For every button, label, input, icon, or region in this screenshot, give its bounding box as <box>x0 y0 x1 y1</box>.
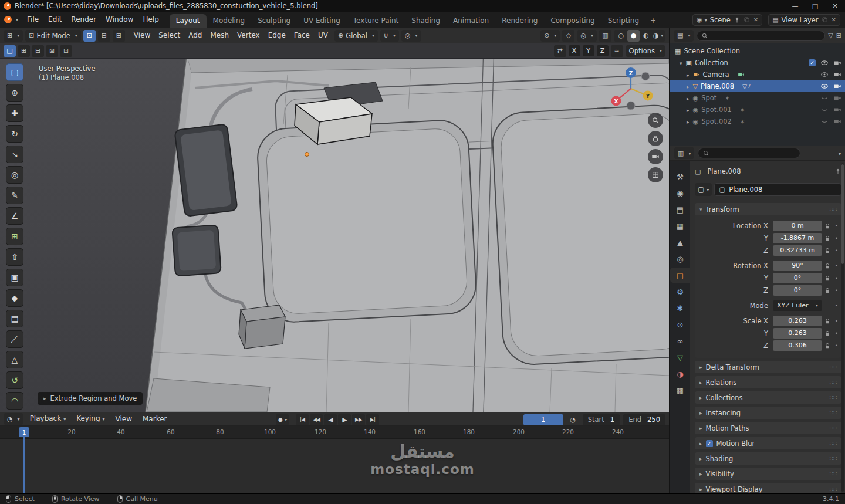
expand-caret-icon[interactable] <box>687 82 693 90</box>
tab-world-properties[interactable]: ◎ <box>670 251 690 266</box>
hide-eye-closed-icon[interactable] <box>820 94 829 102</box>
scale-y-field[interactable]: 0.263 <box>773 328 822 339</box>
section-collections[interactable]: Collections <box>695 391 841 404</box>
tool-rotate[interactable]: ↻ <box>6 125 23 143</box>
viewport-3d-model[interactable] <box>0 59 669 412</box>
animate-dot-icon[interactable] <box>833 343 840 349</box>
shading-solid-button[interactable]: ● <box>627 30 640 42</box>
tool-transform[interactable]: ◎ <box>6 166 23 184</box>
remove-view-layer-icon[interactable]: ✕ <box>832 16 836 23</box>
pin-icon[interactable] <box>834 168 841 175</box>
tab-modeling[interactable]: Modeling <box>207 14 252 28</box>
rotation-y-field[interactable]: 0° <box>773 273 822 283</box>
menu-vertex[interactable]: Vertex <box>233 28 264 43</box>
tool-loop-cut[interactable]: ▤ <box>6 310 23 327</box>
tool-inset-faces[interactable]: ▣ <box>6 269 23 286</box>
overlays-button[interactable]: ◎ <box>577 30 597 42</box>
jump-to-start-button[interactable]: |◀ <box>296 414 309 425</box>
section-shading[interactable]: Shading <box>695 452 841 465</box>
falloff-icon[interactable]: ≈ <box>611 45 623 57</box>
tab-output-properties[interactable]: ▤ <box>670 202 690 217</box>
mirror-y-button[interactable]: Y <box>583 45 594 56</box>
drag-handle-icon[interactable] <box>829 206 837 212</box>
drag-handle-icon[interactable] <box>829 410 837 416</box>
select-mode-invert-button[interactable]: ⊠ <box>46 45 58 57</box>
outliner-editor-type-button[interactable]: ▤ <box>674 30 694 42</box>
tool-knife[interactable]: ／ <box>6 330 23 348</box>
mirror-z-button[interactable]: Z <box>597 45 609 56</box>
menu-playback[interactable]: Playback <box>26 411 70 427</box>
minimize-button[interactable]: — <box>785 0 805 12</box>
expand-caret-icon[interactable] <box>680 59 686 67</box>
outliner-row-spot[interactable]: ◉ Spot ✶ <box>670 92 845 104</box>
menu-uv[interactable]: UV <box>314 28 332 43</box>
animate-dot-icon[interactable] <box>833 248 840 253</box>
tab-sculpting[interactable]: Sculpting <box>251 14 297 28</box>
prev-keyframe-button[interactable]: ◀◀ <box>310 414 323 425</box>
lock-icon[interactable] <box>824 342 831 349</box>
3d-viewport[interactable]: ▢ ⊕ ✚ ↻ ↘ ◎ ✎ ∠ ⊞ ⇧ ▣ ◆ ▤ ／ △ ↺ ◠ User P… <box>0 59 669 412</box>
tab-animation[interactable]: Animation <box>447 14 495 28</box>
location-z-field[interactable]: 0.32733 m <box>773 245 822 256</box>
tab-texture-paint[interactable]: Texture Paint <box>347 14 405 28</box>
hide-eye-icon[interactable] <box>820 59 829 67</box>
pin-scene-icon[interactable] <box>734 16 741 23</box>
scene-selector[interactable]: ◉ Scene ✕ <box>692 14 762 26</box>
select-mode-subtract-button[interactable]: ⊟ <box>32 45 44 57</box>
shading-wireframe-button[interactable]: ○ <box>615 30 627 42</box>
menu-render[interactable]: Render <box>66 12 101 28</box>
copy-scene-icon[interactable] <box>743 16 751 23</box>
tab-rendering[interactable]: Rendering <box>495 14 544 28</box>
orthographic-toggle-button[interactable] <box>648 167 663 182</box>
tab-scripting[interactable]: Scripting <box>601 14 645 28</box>
rotation-mode-dropdown[interactable]: XYZ Euler <box>773 300 822 311</box>
new-collection-icon[interactable]: ⊞ <box>836 32 841 39</box>
use-preview-range-icon[interactable]: ◔ <box>567 414 579 425</box>
lock-icon[interactable] <box>824 235 831 242</box>
vertex-select-mode-button[interactable]: ⊡ <box>83 30 96 42</box>
tab-scene-properties[interactable]: ▲ <box>670 235 690 250</box>
tab-uv-editing[interactable]: UV Editing <box>297 14 347 28</box>
tab-object-properties[interactable]: ▢ <box>670 268 690 283</box>
hide-eye-icon[interactable] <box>820 82 829 90</box>
unlink-scene-icon[interactable]: ✕ <box>753 16 758 23</box>
drag-handle-icon[interactable] <box>829 486 837 492</box>
drag-handle-icon[interactable] <box>829 364 837 370</box>
outliner-row-collection[interactable]: ▣ Collection ✓ <box>670 57 845 69</box>
lock-icon[interactable] <box>824 222 831 229</box>
section-visibility[interactable]: Visibility <box>695 468 841 480</box>
menu-add[interactable]: Add <box>184 28 206 43</box>
tool-scale[interactable]: ↘ <box>6 146 23 163</box>
location-y-field[interactable]: -1.8867 m <box>773 233 822 243</box>
lock-icon[interactable] <box>824 330 831 337</box>
current-frame-field[interactable]: 1 <box>523 414 563 425</box>
tab-modifier-properties[interactable]: ⚙ <box>670 284 690 299</box>
lock-icon[interactable] <box>824 247 831 254</box>
menu-file[interactable]: File <box>22 12 43 28</box>
shading-material-button[interactable]: ◐ <box>640 30 652 42</box>
properties-search-input[interactable] <box>712 150 796 157</box>
tab-render-properties[interactable]: ◉ <box>670 185 690 201</box>
filter-icon[interactable]: ▽ <box>828 32 833 39</box>
tool-cursor[interactable]: ⊕ <box>6 84 23 102</box>
drag-handle-icon[interactable] <box>829 455 837 462</box>
navigation-gizmo[interactable]: Z X Y <box>604 62 657 115</box>
animate-dot-icon[interactable] <box>833 263 840 269</box>
camera-view-button[interactable] <box>648 149 663 164</box>
shading-rendered-button[interactable]: ◑ <box>652 30 664 42</box>
tool-add-cube[interactable]: ⊞ <box>6 228 23 245</box>
lock-icon[interactable] <box>824 287 831 294</box>
expand-caret-icon[interactable] <box>687 106 693 114</box>
motion-blur-checkbox[interactable]: ✓ <box>706 440 713 447</box>
tool-poly-build[interactable]: △ <box>6 351 23 368</box>
hide-eye-closed-icon[interactable] <box>820 117 829 126</box>
animate-dot-icon[interactable] <box>833 303 840 309</box>
tab-texture-properties[interactable]: ▩ <box>670 383 690 398</box>
tab-view-layer-properties[interactable]: ▦ <box>670 218 690 234</box>
hide-eye-closed-icon[interactable] <box>820 106 829 114</box>
outliner-row-camera[interactable]: Camera <box>670 69 845 80</box>
animate-dot-icon[interactable] <box>833 287 840 293</box>
drag-handle-icon[interactable] <box>829 425 837 431</box>
menu-keying[interactable]: Keying <box>72 411 109 427</box>
add-workspace-button[interactable]: + <box>645 14 661 28</box>
